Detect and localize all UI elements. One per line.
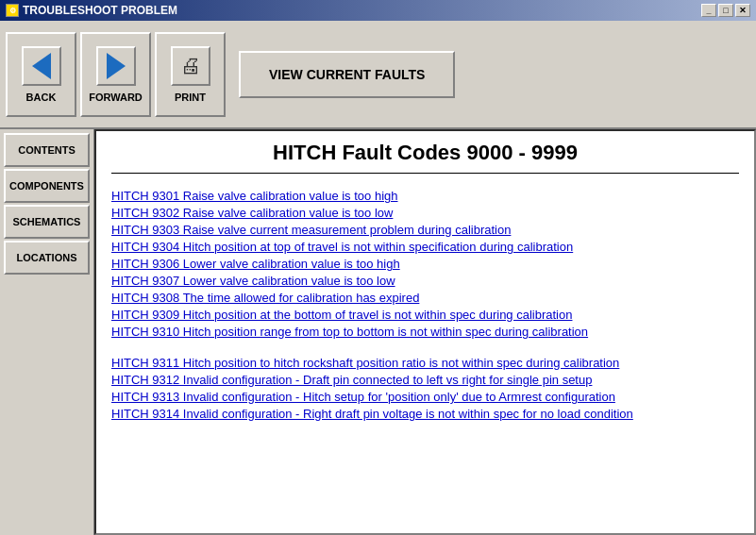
arrow-right-icon [107,53,126,79]
close-button[interactable]: ✕ [735,4,750,17]
fault-link-11[interactable]: HITCH 9313 Invalid configuration - Hitch… [111,390,739,404]
forward-button[interactable]: FORWARD [80,32,151,117]
forward-icon [96,46,136,86]
fault-link-10[interactable]: HITCH 9312 Invalid configuration - Draft… [111,373,739,387]
fault-link-7[interactable]: HITCH 9309 Hitch position at the bottom … [111,308,739,322]
arrow-left-icon [32,53,51,79]
back-icon [22,46,61,86]
view-current-faults-button[interactable]: VIEW CURRENT FAULTS [239,51,455,98]
print-button[interactable]: 🖨 PRINT [155,32,226,117]
print-icon: 🖨 [171,46,210,86]
sidebar-item-components[interactable]: COMPONENTS [4,169,90,203]
title-bar: ⚙ TROUBLESHOOT PROBLEM _ □ ✕ [0,0,756,21]
fault-link-3[interactable]: HITCH 9304 Hitch position at top of trav… [111,240,739,254]
fault-link-12[interactable]: HITCH 9314 Invalid configuration - Right… [111,407,739,421]
fault-links-group: HITCH 9301 Raise valve calibration value… [111,189,739,421]
app-icon: ⚙ [6,4,19,17]
minimize-button[interactable]: _ [701,4,716,17]
page-title: HITCH Fault Codes 9000 - 9999 [111,141,739,174]
sidebar-item-schematics[interactable]: SCHEMATICS [4,205,90,239]
main-layout: CONTENTS COMPONENTS SCHEMATICS LOCATIONS… [0,129,756,535]
fault-link-9[interactable]: HITCH 9311 Hitch position to hitch rocks… [111,356,739,370]
fault-link-5[interactable]: HITCH 9307 Lower valve calibration value… [111,274,739,288]
fault-link-4[interactable]: HITCH 9306 Lower valve calibration value… [111,257,739,271]
fault-link-8[interactable]: HITCH 9310 Hitch position range from top… [111,325,739,339]
back-button[interactable]: BACK [6,32,76,117]
back-label: BACK [26,92,57,103]
title-bar-left: ⚙ TROUBLESHOOT PROBLEM [6,4,177,17]
forward-label: FORWARD [89,92,143,103]
fault-link-0[interactable]: HITCH 9301 Raise valve calibration value… [111,189,739,203]
toolbar: BACK FORWARD 🖨 PRINT VIEW CURRENT FAULTS [0,21,756,129]
fault-link-2[interactable]: HITCH 9303 Raise valve current measureme… [111,223,739,237]
fault-link-6[interactable]: HITCH 9308 The time allowed for calibrat… [111,291,739,305]
printer-icon: 🖨 [180,54,201,78]
title-bar-buttons[interactable]: _ □ ✕ [701,4,750,17]
print-label: PRINT [175,92,206,103]
fault-link-1[interactable]: HITCH 9302 Raise valve calibration value… [111,206,739,220]
sidebar: CONTENTS COMPONENTS SCHEMATICS LOCATIONS [0,129,94,535]
title-bar-text: TROUBLESHOOT PROBLEM [23,4,177,17]
maximize-button[interactable]: □ [718,4,733,17]
content-area[interactable]: HITCH Fault Codes 9000 - 9999 HITCH 9301… [94,129,756,535]
sidebar-item-locations[interactable]: LOCATIONS [4,241,90,275]
sidebar-item-contents[interactable]: CONTENTS [4,133,90,167]
